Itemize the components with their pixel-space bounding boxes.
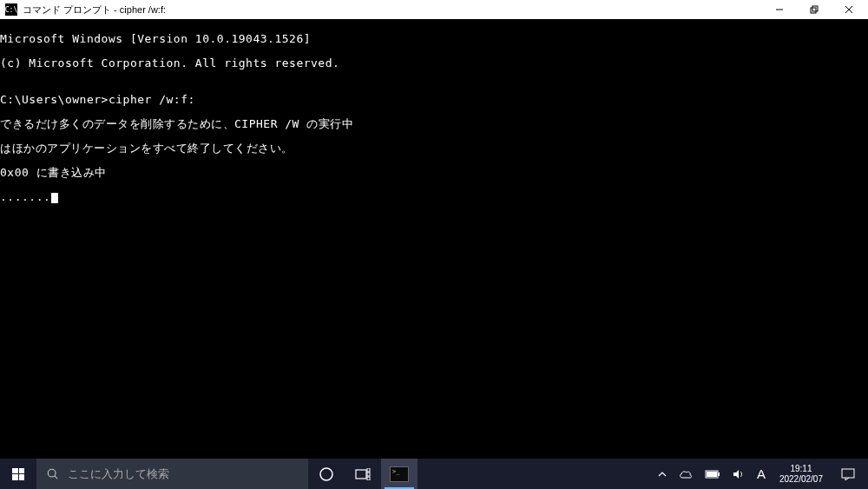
clock-date: 2022/02/07	[779, 474, 823, 485]
task-view-button[interactable]	[345, 459, 381, 489]
svg-rect-8	[356, 470, 366, 479]
console-line: (c) Microsoft Corporation. All rights re…	[0, 57, 868, 69]
taskbar: ここに入力して検索 >_ A 19:11 2022/02/07	[0, 459, 868, 489]
svg-rect-13	[718, 472, 720, 476]
cloud-icon	[679, 469, 693, 479]
system-tray: A 19:11 2022/02/07	[653, 459, 868, 489]
maximize-button[interactable]	[797, 0, 832, 19]
taskbar-clock[interactable]: 19:11 2022/02/07	[773, 464, 830, 485]
window-title: コマンド プロンプト - cipher /w:f:	[23, 3, 762, 17]
close-icon	[845, 5, 853, 14]
tray-volume[interactable]	[727, 459, 750, 489]
close-button[interactable]	[832, 0, 866, 19]
restore-icon	[810, 5, 819, 14]
console-line: 0x00 に書き込み中	[0, 167, 868, 179]
svg-rect-10	[367, 472, 370, 476]
window-controls	[762, 0, 866, 19]
console-progress: .......	[0, 191, 868, 203]
cmd-icon-text: C:\	[5, 6, 17, 14]
ime-indicator[interactable]: A	[752, 459, 771, 489]
search-icon	[47, 468, 59, 480]
notifications-button[interactable]	[832, 459, 865, 489]
minimize-button[interactable]	[762, 0, 797, 19]
svg-rect-11	[367, 477, 370, 480]
svg-rect-15	[842, 469, 854, 478]
svg-rect-14	[707, 472, 717, 477]
clock-time: 19:11	[779, 464, 823, 474]
console-output[interactable]: Microsoft Windows [Version 10.0.19043.15…	[0, 19, 868, 215]
console-line: できるだけ多くのデータを削除するために、CIPHER /W の実行中	[0, 118, 868, 130]
task-view-icon	[355, 468, 371, 480]
volume-icon	[733, 468, 745, 480]
minimize-icon	[775, 5, 784, 14]
chevron-up-icon	[658, 472, 667, 477]
start-button[interactable]	[0, 459, 36, 489]
battery-icon	[705, 470, 720, 479]
svg-rect-1	[811, 8, 816, 13]
console-prompt: C:\Users\owner>cipher /w:f:	[0, 94, 868, 106]
cmd-app-icon: >_	[390, 466, 409, 482]
svg-line-6	[55, 476, 57, 479]
console-line: Microsoft Windows [Version 10.0.19043.15…	[0, 33, 868, 45]
progress-dots: .......	[0, 190, 50, 203]
tray-battery[interactable]	[700, 459, 726, 489]
windows-logo-icon	[12, 468, 24, 480]
cortana-icon	[319, 466, 334, 482]
search-input[interactable]: ここに入力して検索	[36, 459, 308, 489]
cmd-icon: C:\	[5, 3, 17, 16]
svg-point-5	[48, 469, 56, 477]
console-line: はほかのアプリケーションをすべて終了してください。	[0, 142, 868, 155]
cortana-button[interactable]	[308, 459, 345, 489]
search-placeholder: ここに入力して検索	[68, 466, 169, 482]
cursor	[51, 193, 58, 203]
svg-rect-2	[812, 6, 818, 11]
tray-onedrive[interactable]	[674, 459, 698, 489]
notification-icon	[841, 468, 855, 480]
task-icons: >_	[308, 459, 418, 489]
tray-overflow-button[interactable]	[653, 459, 672, 489]
taskbar-app-cmd[interactable]: >_	[381, 459, 418, 489]
svg-point-7	[320, 468, 332, 480]
svg-rect-9	[367, 468, 370, 472]
window-titlebar: C:\ コマンド プロンプト - cipher /w:f:	[0, 0, 868, 19]
